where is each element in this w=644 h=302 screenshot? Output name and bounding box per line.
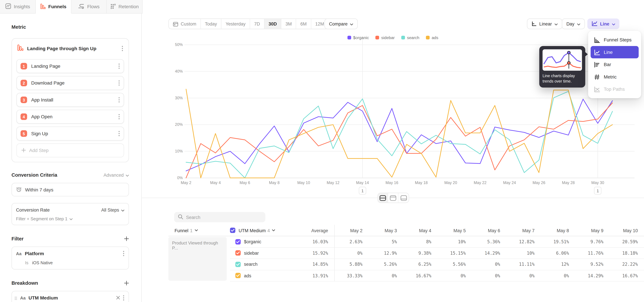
filter-property[interactable]: Platform bbox=[25, 251, 120, 256]
svg-text:0%: 0% bbox=[177, 176, 183, 180]
funnel-step-sign-up[interactable]: 5Sign Up bbox=[16, 126, 124, 140]
series-checkbox[interactable] bbox=[235, 273, 241, 278]
column-header-may-6[interactable]: May 6 bbox=[472, 225, 506, 236]
tooltip-text: Line charts display trends over time. bbox=[542, 74, 582, 84]
remove-breakdown-icon[interactable] bbox=[116, 296, 120, 300]
column-header-may-2[interactable]: May 2 bbox=[334, 225, 368, 236]
legend-ads[interactable]: ads bbox=[426, 36, 438, 40]
add-step-button[interactable]: Add Step bbox=[16, 144, 124, 158]
kebab-menu-icon[interactable] bbox=[118, 114, 120, 120]
range-6m[interactable]: 6M bbox=[296, 19, 311, 29]
range-3m[interactable]: 3M bbox=[282, 19, 296, 29]
filter-value[interactable]: iOS Native bbox=[32, 260, 53, 265]
add-breakdown-plus-icon[interactable] bbox=[124, 281, 129, 286]
value-cell: 22.22% bbox=[610, 259, 644, 270]
drag-handle-icon[interactable] bbox=[14, 294, 17, 301]
tab-flows[interactable]: Flows bbox=[71, 0, 107, 14]
select-all-checkbox[interactable] bbox=[230, 228, 235, 233]
menu-item-metric[interactable]: Metric bbox=[591, 71, 639, 83]
kebab-menu-icon[interactable] bbox=[118, 131, 120, 136]
chevron-down-icon bbox=[272, 229, 276, 231]
layout-chart-only-icon[interactable] bbox=[388, 193, 398, 202]
filter-segment-toggle[interactable]: Filter + Segment on Step 1 bbox=[16, 216, 124, 221]
value-cell: 0% bbox=[334, 248, 368, 259]
column-header-may-3[interactable]: May 3 bbox=[368, 225, 403, 236]
column-header-may-10[interactable]: May 10 bbox=[610, 225, 644, 236]
range-7d[interactable]: 7D bbox=[250, 19, 264, 29]
tooltip-mini-chart bbox=[542, 49, 582, 71]
kebab-menu-icon[interactable] bbox=[118, 97, 120, 103]
funnel-column-header[interactable]: Funnel1 bbox=[168, 225, 230, 236]
breakdown-section-title: Breakdown bbox=[12, 280, 38, 286]
filter-kebab-icon[interactable] bbox=[123, 251, 124, 256]
chevron-down-icon bbox=[577, 21, 580, 26]
funnel-step-app-open[interactable]: 4App Open bbox=[16, 110, 124, 124]
series-checkbox[interactable] bbox=[235, 250, 241, 256]
filter-operator[interactable]: Is bbox=[25, 260, 28, 265]
svg-text:May 24: May 24 bbox=[503, 180, 516, 185]
legend-swatch bbox=[347, 36, 351, 40]
breakdown-property[interactable]: UTM Medium bbox=[28, 295, 113, 300]
metric-card: Landing Page through Sign Up 1Landing Pa… bbox=[12, 38, 129, 162]
conversion-rate-selector[interactable]: All Steps bbox=[101, 208, 124, 212]
query-builder-sidebar: Metric Landing Page through Sign Up 1Lan… bbox=[0, 14, 142, 302]
interval-selector-button[interactable]: Day bbox=[562, 18, 585, 29]
svg-text:May 8: May 8 bbox=[269, 180, 280, 185]
add-filter-plus-icon[interactable] bbox=[124, 236, 129, 241]
column-header-may-4[interactable]: May 4 bbox=[403, 225, 438, 236]
chart-type-button[interactable]: Line bbox=[587, 18, 619, 29]
chevron-down-icon bbox=[612, 21, 615, 26]
value-cell: 0% bbox=[472, 270, 506, 281]
tab-funnels[interactable]: Funnels bbox=[36, 0, 71, 14]
funnel-step-landing-page[interactable]: 1Landing Page bbox=[16, 59, 124, 73]
funnel-name-cell[interactable]: Product Viewed through P... bbox=[168, 237, 227, 281]
table-row-search[interactable]: search bbox=[230, 259, 300, 270]
legend-sidebar[interactable]: sidebar bbox=[376, 36, 395, 40]
table-row-sidebar[interactable]: sidebar bbox=[230, 248, 300, 259]
table-row-ads[interactable]: ads bbox=[230, 270, 300, 281]
legend--organic[interactable]: $organic bbox=[347, 36, 369, 40]
series-checkbox[interactable] bbox=[235, 262, 241, 267]
layout-split-icon[interactable] bbox=[378, 193, 388, 202]
value-cell: 5.88% bbox=[334, 259, 368, 270]
tab-insights[interactable]: Insights bbox=[0, 0, 36, 14]
kebab-menu-icon[interactable] bbox=[118, 80, 120, 86]
column-header-may-5[interactable]: May 5 bbox=[438, 225, 472, 236]
menu-item-funnel-steps[interactable]: Funnel Steps bbox=[591, 34, 639, 46]
kebab-menu-icon[interactable] bbox=[118, 63, 120, 69]
range-30d[interactable]: 30D bbox=[264, 19, 282, 29]
layout-toggle bbox=[378, 193, 409, 203]
table-row--organic[interactable]: $organic bbox=[230, 236, 300, 248]
bar-icon bbox=[594, 62, 600, 68]
compare-button[interactable]: Compare bbox=[324, 18, 358, 29]
scale-selector-button[interactable]: Linear bbox=[527, 18, 562, 29]
menu-item-line[interactable]: Line bbox=[591, 46, 639, 58]
column-header-may-8[interactable]: May 8 bbox=[541, 225, 575, 236]
series-checkbox[interactable] bbox=[235, 239, 241, 244]
chart-type-menu: Funnel StepsLineBarMetricTop Paths bbox=[588, 31, 641, 98]
svg-text:May 30: May 30 bbox=[591, 180, 604, 185]
range-yesterday[interactable]: Yesterday bbox=[222, 19, 250, 29]
metric-kebab-icon[interactable] bbox=[122, 46, 123, 51]
column-header-may-9[interactable]: May 9 bbox=[575, 225, 610, 236]
funnel-step-app-install[interactable]: 3App Install bbox=[16, 93, 124, 107]
table-search-input[interactable]: Search bbox=[174, 212, 265, 222]
column-header-average[interactable]: Average bbox=[300, 225, 334, 236]
svg-text:10%: 10% bbox=[175, 149, 183, 153]
breakdown-kebab-icon[interactable] bbox=[123, 295, 124, 300]
funnel-steps-icon bbox=[594, 37, 600, 43]
tab-retention[interactable]: Retention bbox=[107, 0, 142, 14]
column-header-may-7[interactable]: May 7 bbox=[506, 225, 541, 236]
legend-search[interactable]: search bbox=[401, 36, 420, 40]
funnel-step-download-page[interactable]: 2Download Page bbox=[16, 76, 124, 90]
range-custom[interactable]: Custom bbox=[169, 19, 201, 29]
value-cell: 18.18% bbox=[610, 248, 644, 259]
svg-text:May 14: May 14 bbox=[356, 180, 369, 185]
range-today[interactable]: Today bbox=[201, 19, 221, 29]
advanced-dropdown[interactable]: Advanced bbox=[104, 173, 129, 178]
conversion-window[interactable]: Within 7 days bbox=[12, 183, 129, 196]
menu-item-bar[interactable]: Bar bbox=[591, 58, 639, 71]
layout-table-only-icon[interactable] bbox=[398, 193, 409, 202]
breakdown-column-header[interactable]: UTM Medium4 bbox=[230, 225, 300, 236]
breakdown-table: Funnel1UTM Medium4AverageMay 2May 3May 4… bbox=[168, 225, 644, 282]
